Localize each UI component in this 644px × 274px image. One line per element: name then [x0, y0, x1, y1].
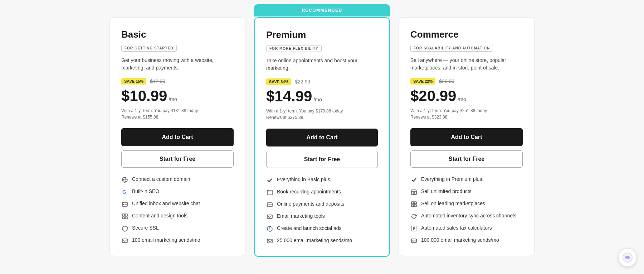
feature-text: Unified inbox and website chat — [132, 201, 200, 206]
feature-text: Book recurring appointments — [277, 189, 341, 194]
feature-item: Everything in Premium plus: — [410, 176, 523, 183]
feature-text: Create and launch social ads — [277, 225, 342, 231]
svg-rect-8 — [125, 217, 127, 219]
inbox-icon — [121, 201, 128, 208]
add-to-cart-button[interactable]: Add to Cart — [410, 128, 523, 146]
feature-text: 100,000 email marketing sends/mo — [421, 237, 499, 243]
svg-rect-31 — [411, 239, 416, 242]
start-for-free-button[interactable]: Start for Free — [410, 150, 523, 168]
save-badge: SAVE 15% — [121, 78, 146, 85]
plan-tag: For Getting Started — [121, 45, 177, 52]
globe-icon — [121, 176, 128, 183]
recommended-badge: RECOMMENDED — [254, 4, 390, 16]
plan-card-basic: Basic For Getting Started Get your busin… — [109, 17, 245, 256]
marketplace-icon — [410, 201, 418, 208]
features-list: Everything in Basic plus: Book recurring… — [266, 177, 378, 245]
check-icon — [266, 177, 273, 184]
price-main: $20.99 /mo — [410, 87, 523, 105]
plan-desc: Sell anywhere — your online store, popul… — [410, 57, 523, 72]
feature-item: 25,000 email marketing sends/mo — [266, 237, 378, 245]
svg-text:f: f — [269, 227, 270, 231]
social-icon: f — [266, 225, 273, 232]
svg-rect-23 — [411, 202, 414, 204]
store-icon — [410, 188, 418, 196]
original-price: $12.99 — [150, 78, 165, 84]
feature-item: Content and design tools — [121, 213, 234, 220]
price-note: With a 1-yr term. You pay $251.88 todayR… — [410, 107, 523, 120]
payments-icon — [266, 201, 273, 208]
price-period: /mo — [458, 96, 466, 102]
price-note: With a 1-yr term. You pay $131.88 todayR… — [121, 107, 234, 120]
svg-rect-19 — [267, 239, 272, 243]
price-amount: $14.99 — [266, 88, 312, 105]
pricing-row: SAVE 34% $22.99 — [266, 78, 378, 85]
feature-item: 100,000 email marketing sends/mo — [410, 237, 523, 244]
svg-rect-6 — [125, 214, 127, 216]
sync-icon — [410, 213, 418, 220]
plan-name: Premium — [266, 29, 378, 40]
feature-text: Sell on leading marketplaces — [421, 201, 485, 206]
price-amount: $20.99 — [410, 87, 456, 105]
feature-item: 100 email marketing sends/mo — [121, 237, 234, 244]
feature-item: G Built-in SEO — [121, 188, 234, 196]
original-price: $26.99 — [439, 78, 454, 84]
email-icon — [410, 237, 418, 244]
svg-point-17 — [267, 226, 272, 231]
feature-item: Connect a custom domain — [121, 176, 234, 183]
plan-name: Basic — [121, 29, 234, 40]
feature-item: Automated sales tax calculators — [410, 225, 523, 232]
feature-item: f Create and launch social ads — [266, 225, 378, 232]
design-icon — [121, 213, 128, 220]
feature-text: Sell unlimited products — [421, 188, 472, 194]
feature-text: Everything in Premium plus: — [421, 176, 483, 182]
check-icon — [410, 176, 418, 183]
start-for-free-button[interactable]: Start for Free — [121, 150, 234, 168]
plan-name: Commerce — [410, 29, 523, 40]
features-list: Everything in Premium plus: Sell unlimit… — [410, 176, 523, 244]
svg-rect-16 — [267, 215, 272, 218]
feature-item: Online payments and deposits — [266, 201, 378, 208]
save-badge: SAVE 22% — [410, 78, 435, 85]
start-for-free-button[interactable]: Start for Free — [266, 151, 378, 168]
save-badge: SAVE 34% — [266, 78, 291, 85]
feature-text: Automated inventory sync across channels — [421, 213, 516, 218]
features-list: Connect a custom domain G Built-in SEO U… — [121, 176, 234, 244]
plan-tag: For More Flexibility — [266, 45, 322, 52]
feature-text: Email marketing tools — [277, 213, 325, 219]
price-period: /mo — [313, 97, 322, 102]
feature-item: Sell on leading marketplaces — [410, 201, 523, 208]
plan-card-commerce: Commerce For Scalability and Automation … — [399, 17, 535, 256]
svg-text:G: G — [122, 189, 126, 195]
feature-text: Secure SSL — [132, 225, 159, 231]
add-to-cart-button[interactable]: Add to Cart — [266, 129, 378, 146]
original-price: $22.99 — [295, 79, 310, 85]
feature-item: Automated inventory sync across channels — [410, 213, 523, 220]
feature-item: Secure SSL — [121, 225, 234, 232]
email-icon — [266, 213, 273, 220]
svg-rect-24 — [414, 202, 416, 204]
feature-item: Email marketing tools — [266, 213, 378, 220]
add-to-cart-button[interactable]: Add to Cart — [121, 128, 234, 146]
plan-desc: Get your business moving with a website,… — [121, 57, 234, 72]
feature-text: Automated sales tax calculators — [421, 225, 492, 231]
svg-rect-10 — [267, 190, 272, 195]
tax-icon — [410, 225, 418, 232]
plan-card-premium: RECOMMENDED Premium For More Flexibility… — [254, 17, 390, 257]
chat-widget[interactable] — [618, 248, 637, 267]
plans-container: Basic For Getting Started Get your busin… — [95, 3, 549, 271]
svg-rect-7 — [122, 217, 125, 219]
price-amount: $10.99 — [121, 87, 167, 105]
svg-rect-20 — [411, 192, 416, 194]
svg-rect-25 — [411, 205, 414, 207]
feature-item: Book recurring appointments — [266, 189, 378, 196]
email-icon — [121, 237, 128, 244]
feature-text: 100 email marketing sends/mo — [132, 237, 200, 243]
feature-item: Everything in Basic plus: — [266, 177, 378, 184]
svg-rect-14 — [267, 203, 272, 207]
price-main: $10.99 /mo — [121, 87, 234, 105]
feature-item: Unified inbox and website chat — [121, 201, 234, 208]
plan-tag: For Scalability and Automation — [410, 45, 493, 52]
feature-item: Sell unlimited products — [410, 188, 523, 196]
pricing-row: SAVE 22% $26.99 — [410, 78, 523, 85]
G-icon: G — [121, 188, 128, 196]
